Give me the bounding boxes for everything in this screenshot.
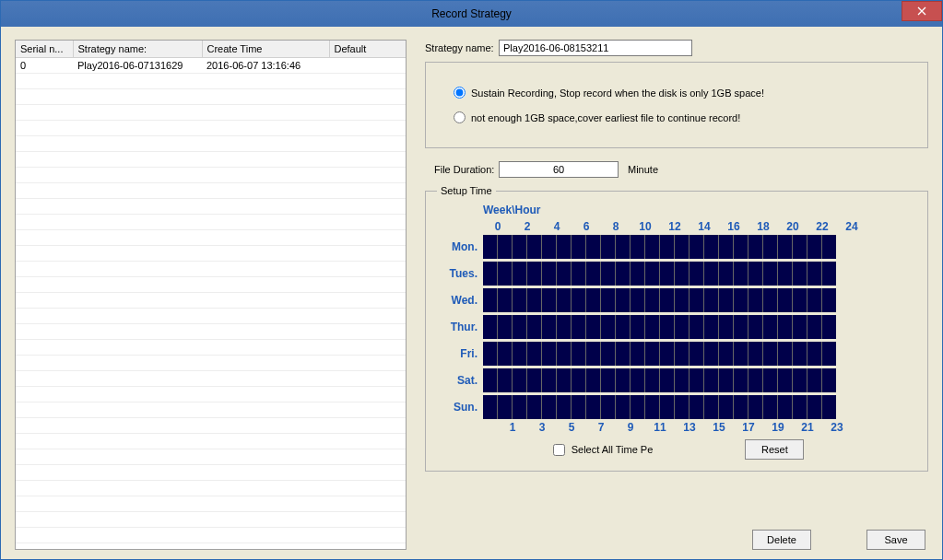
table-row[interactable] xyxy=(16,73,406,88)
time-cell[interactable] xyxy=(778,368,792,392)
time-cell[interactable] xyxy=(734,288,748,312)
time-cell[interactable] xyxy=(749,395,762,419)
time-cell[interactable] xyxy=(645,235,659,259)
radio-cover-row[interactable]: not enough 1GB space,cover earliest file… xyxy=(454,111,900,123)
table-row[interactable] xyxy=(16,104,406,120)
time-cell[interactable] xyxy=(675,368,689,392)
time-cell[interactable] xyxy=(704,288,718,312)
time-cell[interactable] xyxy=(822,235,836,259)
table-row[interactable] xyxy=(16,261,406,276)
time-cell[interactable] xyxy=(557,262,571,286)
time-cell[interactable] xyxy=(778,288,792,312)
time-cell[interactable] xyxy=(483,368,497,392)
time-cell[interactable] xyxy=(645,288,659,312)
time-cell[interactable] xyxy=(483,262,497,286)
select-all-checkbox[interactable] xyxy=(553,444,565,456)
time-cell[interactable] xyxy=(601,342,615,366)
time-cell[interactable] xyxy=(807,315,821,339)
time-cell[interactable] xyxy=(542,315,556,339)
time-cell[interactable] xyxy=(572,315,585,339)
time-cell[interactable] xyxy=(513,288,526,312)
time-cell[interactable] xyxy=(778,395,792,419)
time-cell[interactable] xyxy=(645,262,659,286)
table-row[interactable] xyxy=(16,496,406,511)
time-cell[interactable] xyxy=(542,395,556,419)
table-row[interactable] xyxy=(16,511,406,527)
time-cell[interactable] xyxy=(572,235,585,259)
time-cell[interactable] xyxy=(527,395,541,419)
table-row[interactable] xyxy=(16,417,406,433)
time-cell[interactable] xyxy=(601,315,615,339)
time-cell[interactable] xyxy=(601,368,615,392)
time-cell[interactable] xyxy=(513,368,526,392)
time-cell[interactable] xyxy=(690,342,703,366)
time-cell[interactable] xyxy=(557,342,571,366)
time-cell[interactable] xyxy=(749,342,762,366)
table-row[interactable] xyxy=(16,229,406,245)
time-cell[interactable] xyxy=(675,342,689,366)
time-cell[interactable] xyxy=(763,262,777,286)
time-cell[interactable] xyxy=(527,368,541,392)
time-cell[interactable] xyxy=(704,235,718,259)
radio-cover[interactable] xyxy=(454,111,466,123)
table-row[interactable] xyxy=(16,276,406,292)
time-cell[interactable] xyxy=(690,315,703,339)
time-cell[interactable] xyxy=(763,368,777,392)
time-cell[interactable] xyxy=(616,342,630,366)
time-cell[interactable] xyxy=(483,315,497,339)
time-cell[interactable] xyxy=(498,262,512,286)
time-cell[interactable] xyxy=(734,315,748,339)
time-cell[interactable] xyxy=(645,342,659,366)
time-cell[interactable] xyxy=(793,315,807,339)
time-cell[interactable] xyxy=(675,395,689,419)
time-cell[interactable] xyxy=(793,288,807,312)
time-cell[interactable] xyxy=(778,342,792,366)
time-cell[interactable] xyxy=(690,262,703,286)
duration-input[interactable] xyxy=(499,161,619,178)
time-cell[interactable] xyxy=(660,395,674,419)
time-cell[interactable] xyxy=(631,262,644,286)
time-cell[interactable] xyxy=(793,368,807,392)
time-cell[interactable] xyxy=(763,395,777,419)
table-row[interactable] xyxy=(16,308,406,323)
time-cell[interactable] xyxy=(513,395,526,419)
time-cell[interactable] xyxy=(719,368,733,392)
time-cell[interactable] xyxy=(616,395,630,419)
table-row[interactable] xyxy=(16,167,406,182)
time-cell[interactable] xyxy=(557,288,571,312)
table-row[interactable] xyxy=(16,527,406,542)
strategy-name-input[interactable] xyxy=(499,40,692,56)
table-row[interactable] xyxy=(16,88,406,104)
time-cell[interactable] xyxy=(483,395,497,419)
time-cell[interactable] xyxy=(572,395,585,419)
time-cell[interactable] xyxy=(542,342,556,366)
radio-sustain-row[interactable]: Sustain Recording, Stop record when the … xyxy=(454,87,900,99)
time-cell[interactable] xyxy=(645,368,659,392)
time-cell[interactable] xyxy=(601,235,615,259)
time-cell[interactable] xyxy=(793,262,807,286)
time-cell[interactable] xyxy=(631,342,644,366)
table-row[interactable] xyxy=(16,120,406,135)
time-cell[interactable] xyxy=(660,262,674,286)
time-cell[interactable] xyxy=(616,315,630,339)
time-cell[interactable] xyxy=(778,315,792,339)
table-row[interactable] xyxy=(16,433,406,449)
time-cell[interactable] xyxy=(513,342,526,366)
time-cell[interactable] xyxy=(690,368,703,392)
time-cell[interactable] xyxy=(483,288,497,312)
time-cell[interactable] xyxy=(807,368,821,392)
time-cell[interactable] xyxy=(704,342,718,366)
table-row[interactable]: 0 Play2016-06-07131629 2016-06-07 13:16:… xyxy=(16,57,406,73)
time-cell[interactable] xyxy=(527,235,541,259)
time-cell[interactable] xyxy=(822,288,836,312)
time-cell[interactable] xyxy=(675,235,689,259)
time-cell[interactable] xyxy=(675,315,689,339)
time-cell[interactable] xyxy=(572,368,585,392)
time-cell[interactable] xyxy=(822,315,836,339)
time-cell[interactable] xyxy=(542,235,556,259)
time-cell[interactable] xyxy=(749,315,762,339)
time-cell[interactable] xyxy=(572,288,585,312)
table-row[interactable] xyxy=(16,402,406,417)
time-cell[interactable] xyxy=(793,235,807,259)
table-row[interactable] xyxy=(16,323,406,339)
